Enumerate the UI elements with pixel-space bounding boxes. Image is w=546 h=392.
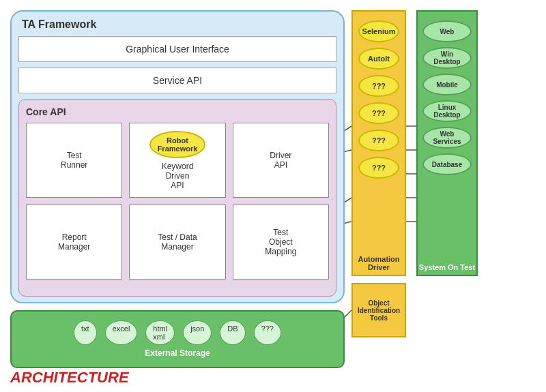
system-on-test-column: Web WinDesktop Mobile LinuxDesktop WebSe… (416, 10, 478, 276)
sot-oval-linux: LinuxDesktop (422, 100, 472, 122)
test-object-mapping-label: TestObjectMapping (265, 228, 296, 256)
robot-oval: RobotFramework (149, 131, 206, 158)
driver-oval-selenium: Selenium (358, 20, 399, 42)
core-api-grid: TestRunner RobotFramework KeywordDrivenA… (26, 123, 329, 280)
service-api-box: Service API (18, 67, 336, 93)
automation-driver-label: AutomationDriver (353, 255, 405, 271)
robot-framework-box: RobotFramework KeywordDrivenAPI (129, 123, 225, 198)
external-storage-label: External Storage (145, 348, 210, 358)
storage-txt: txt (74, 320, 97, 345)
core-api-box: Core API TestRunner RobotFramework Keywo… (18, 99, 336, 297)
external-storage-box: txt excel htmlxml json DB ??? External S… (10, 310, 345, 368)
sot-oval-mobile: Mobile (422, 74, 472, 95)
driver-api-label: DriverAPI (270, 151, 291, 170)
report-manager-label: ReportManager (58, 232, 90, 252)
driver-ovals: Selenium AutoIt ??? ??? ??? ??? (353, 17, 405, 182)
test-object-mapping-box: TestObjectMapping (233, 205, 329, 280)
architecture-title: ARCHITECTURE (10, 369, 129, 387)
main-container: TA Framework Graphical User Interface Se… (0, 0, 546, 392)
storage-excel: excel (105, 320, 138, 345)
sot-oval-webservices: WebServices (422, 127, 472, 149)
driver-oval-autoit: AutoIt (358, 48, 399, 70)
storage-htmlxml: htmlxml (145, 320, 175, 345)
storage-other: ??? (254, 320, 281, 345)
object-id-label: ObjectIdentificationTools (358, 299, 400, 322)
driver-oval-3: ??? (358, 130, 399, 151)
report-manager-box: ReportManager (26, 205, 122, 280)
object-id-tools-box: ObjectIdentificationTools (351, 283, 406, 337)
test-data-manager-label: Test / DataManager (158, 232, 197, 252)
ta-framework-label: TA Framework (22, 18, 336, 31)
driver-api-box: DriverAPI (233, 123, 329, 198)
driver-oval-1: ??? (358, 75, 399, 97)
storage-items: txt excel htmlxml json DB ??? (74, 320, 281, 345)
gui-label: Graphical User Interface (126, 44, 229, 55)
gui-box: Graphical User Interface (18, 36, 336, 62)
service-api-label: Service API (153, 75, 202, 86)
ta-framework-box: TA Framework Graphical User Interface Se… (10, 10, 345, 303)
keyword-driven-label: KeywordDrivenAPI (162, 162, 194, 190)
automation-driver-column: Selenium AutoIt ??? ??? ??? ??? Automati… (351, 10, 406, 276)
storage-db: DB (220, 320, 245, 345)
sot-oval-database: Database (422, 153, 472, 175)
driver-oval-4: ??? (358, 157, 399, 179)
test-data-manager-box: Test / DataManager (129, 205, 225, 280)
sot-ovals: Web WinDesktop Mobile LinuxDesktop WebSe… (418, 17, 476, 179)
test-runner-box: TestRunner (26, 123, 122, 198)
driver-oval-2: ??? (358, 102, 399, 124)
test-runner-label: TestRunner (61, 151, 87, 170)
system-on-test-label: System On Test (418, 263, 476, 271)
sot-oval-windesktop: WinDesktop (422, 47, 472, 69)
core-api-label: Core API (26, 106, 329, 117)
storage-json: json (183, 320, 212, 345)
sot-oval-web: Web (422, 20, 472, 42)
